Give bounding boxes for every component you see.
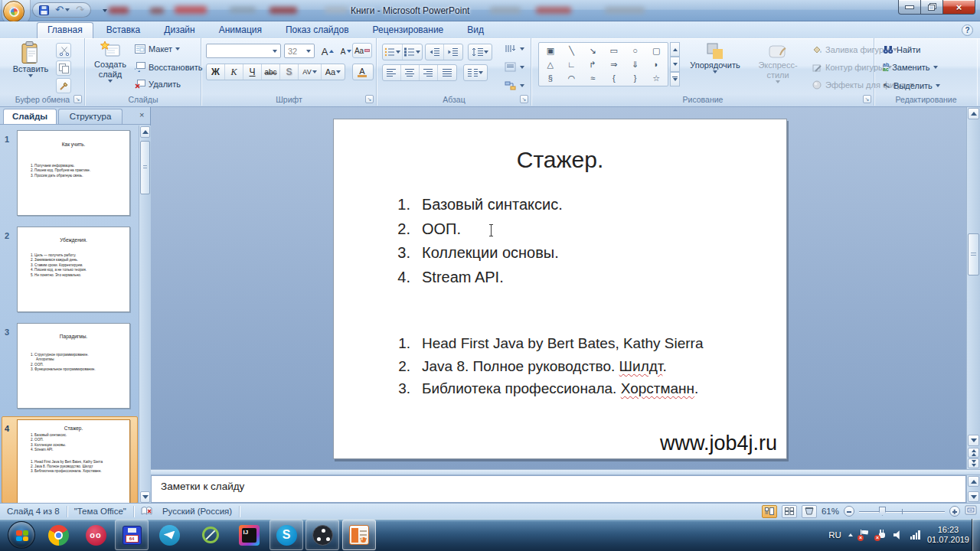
shape-icon[interactable]: ▭ bbox=[610, 44, 618, 57]
pane-scrollbar[interactable] bbox=[139, 126, 151, 504]
line-spacing-button[interactable] bbox=[469, 44, 492, 60]
pane-scroll-up[interactable] bbox=[140, 126, 150, 138]
zoom-out-button[interactable] bbox=[844, 506, 854, 517]
dialog-launcher-icon[interactable]: ↘ bbox=[74, 95, 82, 103]
justify-button[interactable] bbox=[438, 65, 456, 80]
cut-button[interactable] bbox=[56, 43, 71, 58]
shape-icon[interactable]: ↘ bbox=[590, 44, 596, 57]
dialog-launcher-icon[interactable]: ↘ bbox=[520, 95, 528, 103]
zoom-slider[interactable] bbox=[859, 507, 945, 516]
next-slide-button[interactable] bbox=[968, 458, 979, 468]
replace-button[interactable]: abac Заменить bbox=[883, 63, 938, 72]
copy-button[interactable] bbox=[56, 60, 71, 76]
shape-icon[interactable]: ▣ bbox=[547, 44, 554, 57]
shape-icon[interactable]: ≈ bbox=[590, 72, 595, 85]
shape-icon[interactable]: ☆ bbox=[652, 72, 660, 85]
save-icon[interactable] bbox=[39, 5, 49, 15]
shape-icon[interactable]: ◠ bbox=[568, 72, 576, 85]
previous-slide-button[interactable] bbox=[968, 448, 979, 458]
main-scroll-thumb[interactable] bbox=[968, 233, 979, 276]
format-painter-button[interactable] bbox=[56, 78, 71, 93]
slide-body-list-2[interactable]: 1.Head First Java by Bert Bates, Kathy S… bbox=[390, 332, 704, 400]
decrease-indent-button[interactable] bbox=[426, 44, 444, 60]
normal-view-button[interactable] bbox=[762, 505, 777, 518]
paste-button[interactable]: Вставить bbox=[11, 41, 50, 77]
pane-scroll-down[interactable] bbox=[140, 491, 150, 503]
tab-animation[interactable]: Анимация bbox=[208, 22, 273, 38]
power-icon[interactable]: × bbox=[877, 530, 887, 540]
slide-thumbnail-3[interactable]: Парадигмы. 1. Структурное программирован… bbox=[17, 323, 130, 409]
text-shadow-button[interactable]: S bbox=[280, 64, 299, 80]
shape-icon[interactable]: △ bbox=[547, 58, 554, 71]
language-indicator[interactable]: Русский (Россия) bbox=[155, 507, 239, 516]
office-button[interactable] bbox=[3, 1, 24, 22]
spellcheck-icon[interactable] bbox=[134, 506, 155, 517]
shape-icon[interactable]: ▢ bbox=[652, 44, 660, 57]
font-color-button[interactable]: А bbox=[352, 64, 374, 80]
shape-icon[interactable]: ╲ bbox=[569, 44, 574, 57]
tab-home[interactable]: Главная bbox=[37, 22, 93, 38]
tab-review[interactable]: Рецензирование bbox=[362, 22, 455, 38]
slideshow-view-button[interactable] bbox=[802, 505, 817, 518]
shape-icon[interactable]: ◗ bbox=[654, 58, 659, 71]
change-case-button[interactable]: Aa bbox=[322, 64, 345, 80]
tab-slides-thumbnails[interactable]: Слайды bbox=[3, 109, 57, 124]
tab-outline[interactable]: Структура bbox=[58, 109, 122, 124]
notes-area[interactable]: Заметки к слайду bbox=[151, 475, 966, 503]
shapes-more-button[interactable] bbox=[670, 72, 680, 86]
close-button[interactable]: × bbox=[943, 0, 975, 15]
fit-to-window-button[interactable] bbox=[965, 505, 977, 517]
help-icon[interactable]: ? bbox=[962, 24, 973, 36]
find-button[interactable]: Найти bbox=[883, 45, 920, 54]
layout-button[interactable]: Макет bbox=[135, 44, 180, 54]
align-left-button[interactable] bbox=[383, 65, 401, 80]
text-direction-button[interactable] bbox=[505, 44, 524, 54]
bold-button[interactable]: Ж bbox=[207, 64, 225, 80]
increase-indent-button[interactable] bbox=[444, 44, 462, 60]
taskbar-icon-floppy-app[interactable]: 64 bbox=[115, 520, 149, 550]
notes-scroll-down[interactable] bbox=[968, 491, 979, 502]
tab-insert[interactable]: Вставка bbox=[96, 22, 152, 38]
grow-font-button[interactable]: A bbox=[318, 44, 337, 59]
clock[interactable]: 16:2301.07.2019 bbox=[927, 525, 969, 545]
slide-body-list-1[interactable]: 1.Базовый синтаксис. 2.ООП. 3.Коллекции … bbox=[390, 193, 563, 289]
main-scroll-down[interactable] bbox=[968, 435, 979, 446]
volume-icon[interactable] bbox=[893, 530, 903, 540]
font-size-select[interactable]: 32 bbox=[284, 44, 315, 58]
columns-button[interactable] bbox=[464, 65, 487, 80]
redo-icon[interactable]: ↷ bbox=[76, 5, 84, 15]
reset-button[interactable]: Восстановить bbox=[135, 62, 202, 72]
shape-icon[interactable]: § bbox=[548, 72, 553, 85]
align-right-button[interactable] bbox=[420, 65, 438, 80]
underline-button[interactable]: Ч bbox=[243, 64, 262, 80]
shape-icon[interactable]: ↱ bbox=[590, 58, 596, 71]
tab-design[interactable]: Дизайн bbox=[153, 22, 205, 38]
arrange-button[interactable]: Упорядочить bbox=[685, 42, 745, 73]
notes-scrollbar[interactable] bbox=[966, 475, 980, 503]
main-scroll-up[interactable] bbox=[968, 108, 979, 119]
taskbar-icon-obs[interactable] bbox=[305, 520, 339, 550]
align-center-button[interactable] bbox=[401, 65, 420, 80]
taskbar-icon-skype[interactable]: S bbox=[270, 520, 303, 550]
network-icon[interactable] bbox=[910, 530, 920, 540]
slide-sorter-view-button[interactable] bbox=[782, 505, 797, 518]
shape-icon[interactable]: { bbox=[612, 72, 616, 85]
shape-icon[interactable]: ⇓ bbox=[632, 58, 639, 71]
italic-button[interactable]: К bbox=[225, 64, 243, 80]
shape-icon[interactable]: ∟ bbox=[567, 58, 576, 71]
tab-view[interactable]: Вид bbox=[456, 22, 495, 38]
shapes-scroll-up[interactable] bbox=[670, 42, 680, 57]
notes-scroll-up[interactable] bbox=[968, 476, 979, 487]
undo-button[interactable]: ↶ bbox=[55, 5, 70, 15]
action-center-icon[interactable]: × bbox=[860, 530, 870, 540]
dialog-launcher-icon[interactable]: ↘ bbox=[863, 95, 871, 103]
bullets-button[interactable] bbox=[383, 44, 403, 60]
delete-slide-button[interactable]: Удалить bbox=[135, 80, 181, 89]
select-button[interactable]: ↖ Выделить bbox=[883, 80, 940, 91]
customize-qat-icon[interactable] bbox=[103, 9, 107, 12]
shape-icon[interactable]: } bbox=[634, 72, 637, 85]
shape-icon[interactable]: ○ bbox=[632, 44, 638, 57]
minimize-button[interactable] bbox=[898, 0, 921, 15]
slide-canvas[interactable]: Стажер. 1.Базовый синтаксис. 2.ООП. 3.Ко… bbox=[333, 119, 787, 459]
numbering-button[interactable] bbox=[403, 44, 422, 60]
